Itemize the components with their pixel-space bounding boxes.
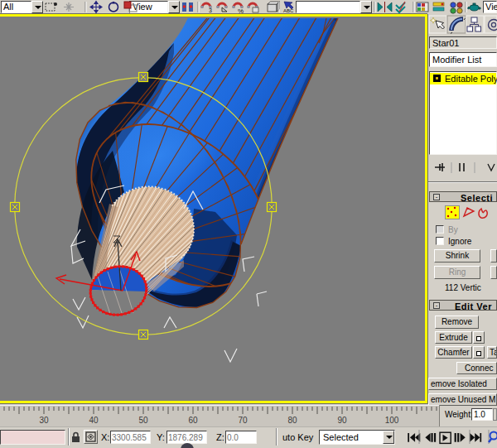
svg-text:60: 60 [188,416,198,425]
svg-text:30: 30 [39,416,49,425]
svg-text:100: 100 [385,416,399,425]
svg-text:40: 40 [89,416,99,425]
svg-text:80: 80 [287,416,297,425]
svg-text:%: % [238,7,244,14]
svg-text:50: 50 [138,416,148,425]
svg-text:ABC: ABC [283,8,294,13]
svg-text:70: 70 [238,416,248,425]
svg-text:90: 90 [337,416,347,425]
svg-text:3: 3 [209,7,212,13]
